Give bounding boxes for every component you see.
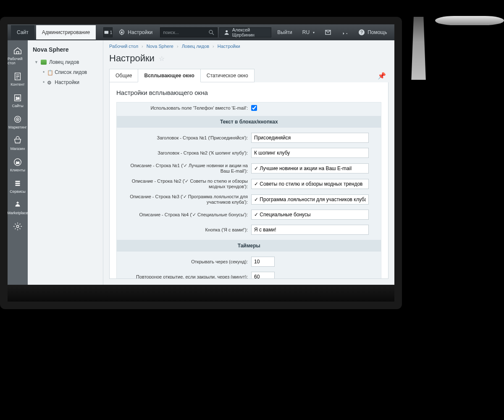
form-row: Описание - Строка №2 ('✓ Советы по стилю… [117,176,381,192]
bullet-icon: • [43,69,45,75]
field-label: Описание - Строка №4 ('✓ Специальные бон… [121,212,251,218]
form-row: Повтороное открытие, если закрыли, через… [117,269,381,279]
rail-content[interactable]: Контент [8,68,28,90]
timer-field-0[interactable] [251,257,275,267]
tree-item-settings[interactable]: • ⚙ Настройки [43,77,103,87]
rail-sites[interactable]: 24Сайты [8,90,28,111]
monitor-frame: Сайт Администрирование 1 Настройки поиск… [0,17,402,309]
field-label: Повтороное открытие, если закрыли, через… [121,274,251,279]
help-icon: ? [358,29,365,36]
svg-rect-7 [16,52,19,54]
field-label: Открывать через (секунд): [121,259,251,264]
topbar-settings-link[interactable]: Настройки [114,29,157,36]
sidebar-title: Nova Sphere [28,44,103,57]
panel-pin-icon[interactable]: 📌 [375,69,388,82]
tab-popup[interactable]: Всплывающее окно [138,69,200,82]
tab-site[interactable]: Сайт [11,25,34,39]
field-label: Использовать поле 'Телефон' вместо 'E-ma… [121,105,251,110]
messages-icon[interactable] [320,29,336,36]
form-row: Открывать через (секунд): [117,254,381,269]
field-label: Описание - Строка №3 ('✓ Программа лояль… [121,194,251,205]
tree-item-label: Настройки [55,79,79,85]
content-tabs: Общие Всплывающее окно Статическое окно … [103,69,394,82]
rail-settings[interactable] [8,218,28,236]
svg-point-13 [17,119,18,120]
rail-marketplace[interactable]: Marketplace [8,197,28,218]
notifications-button[interactable]: 1 [103,27,113,37]
tree-item-leads[interactable]: • 📋 Список лидов [43,67,103,77]
sidebar-tree: ▼ Ловец лидов • 📋 Список лидов • ⚙ Настр… [28,57,103,87]
help-label: Помощь [368,29,387,35]
list-icon: 📋 [47,70,52,75]
svg-rect-18 [16,185,20,186]
svg-point-3 [226,30,228,32]
content-area: Рабочий стол› Nova Sphere› Ловец лидов› … [103,40,394,285]
rail-shop[interactable]: Магазин [8,133,28,154]
module-icon [41,60,47,65]
user-menu[interactable]: Алексей Щербинин [219,27,271,37]
search-input[interactable]: поиск... [160,27,218,37]
text-field-0[interactable] [251,133,369,143]
field-label: Описание - Строка №2 ('✓ Советы по стилю… [121,178,251,189]
notification-count: 1 [110,30,113,35]
breadcrumb: Рабочий стол› Nova Sphere› Ловец лидов› … [103,40,394,52]
crumb[interactable]: Рабочий стол [109,44,138,49]
rail-marketing[interactable]: Маркетинг [8,111,28,133]
form-row: Описание - Строка №4 ('✓ Специальные бон… [117,207,381,222]
text-field-2[interactable] [251,163,369,173]
tab-general[interactable]: Общие [109,69,138,82]
rail-desktop[interactable]: Рабочий стол [8,43,28,68]
text-field-3[interactable] [251,179,369,189]
svg-point-2 [209,30,213,34]
main-area: Рабочий стол Контент 24Сайты Маркетинг М… [8,40,394,285]
rail-clients[interactable]: 24Клиенты [8,154,28,176]
user-icon [224,29,229,36]
star-icon[interactable]: ☆ [159,55,165,63]
search-placeholder: поиск... [163,30,208,35]
top-bar: Сайт Администрирование 1 Настройки поиск… [8,24,394,40]
svg-rect-16 [16,181,20,182]
tab-admin[interactable]: Администрирование [36,25,96,39]
settings-form: Использовать поле 'Телефон' вместо 'E-ma… [116,102,381,279]
sidebar: Nova Sphere ▼ Ловец лидов • 📋 Список лид… [28,40,103,285]
search-icon [208,29,215,36]
use-phone-checkbox[interactable] [251,105,257,111]
timer-field-1[interactable] [251,272,275,279]
svg-text:24: 24 [16,161,19,165]
field-label: Заголовок - Строка №2 ('К шопинг клубу')… [121,150,251,155]
crumb[interactable]: Настройки [218,44,240,49]
field-label: Заголовок - Строка №1 ('Присоединяйся'): [121,135,251,140]
chevron-down-icon: ▼ [34,60,38,64]
user-name: Алексей Щербинин [232,27,267,37]
text-field-6[interactable] [251,225,369,235]
lang-switcher[interactable]: RU▾ [298,29,319,35]
svg-point-1 [121,32,123,33]
row-use-phone: Использовать поле 'Телефон' вместо 'E-ma… [117,102,381,113]
gear-icon: ⚙ [47,80,52,85]
section-header-timers: Таймеры [117,240,381,252]
crumb[interactable]: Ловец лидов [182,44,209,49]
gear-icon [118,29,125,36]
rail-services[interactable]: Сервисы [8,176,28,197]
field-label: Описание - Строка №1 ('✓ Лучшие новинки … [121,163,251,173]
form-row: Кнопка ('Я с вами!'): [117,222,381,237]
tab-static[interactable]: Статическое окно [200,69,255,82]
text-field-5[interactable] [251,210,369,220]
left-rail: Рабочий стол Контент 24Сайты Маркетинг М… [8,40,28,285]
page-title: Настройки ☆ [103,52,394,69]
form-row: Описание - Строка №3 ('✓ Программа лояль… [117,192,381,207]
svg-rect-0 [105,31,109,34]
svg-text:24: 24 [16,97,20,100]
crumb[interactable]: Nova Sphere [147,44,173,49]
tree-root-label: Ловец лидов [49,59,79,65]
logout-link[interactable]: Выйти [273,29,297,35]
pin-icon[interactable] [337,29,352,36]
form-row: Описание - Строка №1 ('✓ Лучшие новинки … [117,160,381,176]
form-row: Заголовок - Строка №2 ('К шопинг клубу')… [117,145,381,160]
tree-root[interactable]: ▼ Ловец лидов [28,57,103,67]
help-link[interactable]: ? Помощь [354,29,391,36]
text-field-4[interactable] [251,194,369,205]
text-field-1[interactable] [251,148,369,158]
tree-item-label: Список лидов [55,69,87,75]
screen: Сайт Администрирование 1 Настройки поиск… [8,24,394,285]
